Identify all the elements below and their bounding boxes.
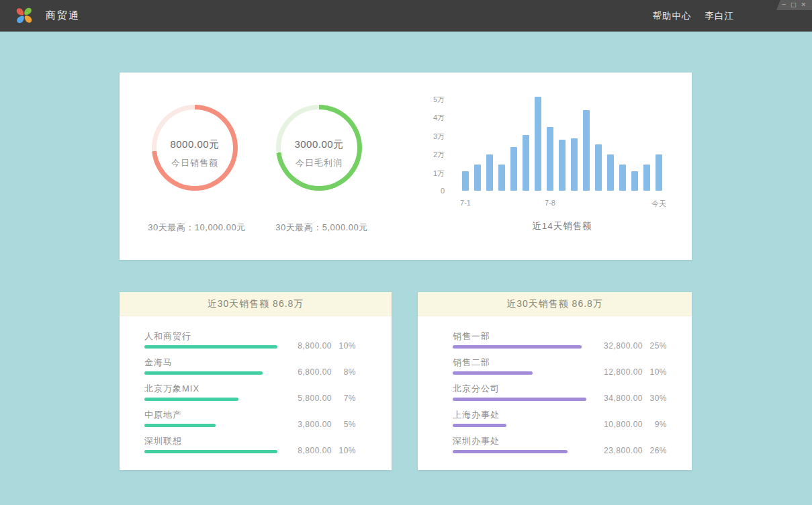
item-percent: 25% [643, 341, 667, 351]
app-logo-icon [15, 6, 34, 25]
today-sales-donut-chart: 8000.00元 今日销售额 [152, 105, 238, 191]
department-list: 销售一部32,800.0025%销售二部12,800.0010%北京分公司34,… [453, 316, 692, 461]
customer-card-title: 近30天销售额 86.8万 [120, 292, 392, 316]
item-percent: 26% [643, 446, 667, 455]
sales-bar [547, 127, 553, 191]
list-item[interactable]: 深圳联想8,800.0010% [144, 435, 392, 453]
item-percent: 10% [643, 367, 667, 377]
sales-bar [510, 147, 517, 191]
list-item[interactable]: 人和商贸行8,800.0010% [144, 330, 392, 349]
sales-bar [656, 154, 662, 191]
item-progress-bar [144, 371, 263, 375]
sales-bar [559, 140, 566, 191]
item-amount: 8,800.00 [278, 446, 332, 455]
sales-bar [474, 165, 481, 191]
item-amount: 34,800.00 [589, 394, 643, 403]
maximize-button[interactable]: □ [791, 2, 797, 8]
x-axis-tick: 7-1 [460, 199, 471, 207]
y-axis-tick: 1万 [410, 169, 445, 179]
y-axis-tick: 3万 [410, 132, 445, 142]
item-percent: 5% [332, 420, 356, 429]
profit-30day-max-note: 30天最高：5,000.00元 [244, 222, 399, 234]
department-card-title: 近30天销售额 86.8万 [418, 292, 692, 316]
item-amount: 3,800.00 [278, 420, 332, 429]
bar-chart-title: 近14天销售额 [462, 220, 662, 232]
department-sales-card: 近30天销售额 86.8万 销售一部32,800.0025%销售二部12,800… [418, 292, 692, 470]
list-item[interactable]: 销售一部32,800.0025% [453, 330, 692, 349]
list-item[interactable]: 中原地产3,800.005% [144, 409, 392, 427]
x-axis-tick: 今天 [651, 199, 666, 209]
sales-bar [595, 144, 602, 191]
titlebar: 商贸通 帮助中心 李白江 ─ □ ✕ [0, 0, 812, 32]
today-sales-label: 今日销售额 [152, 157, 238, 169]
item-progress-bar [144, 424, 216, 427]
sales-bar [607, 154, 614, 191]
item-amount: 8,800.00 [278, 341, 332, 351]
item-progress-bar [453, 424, 506, 427]
customer-list: 人和商贸行8,800.0010%金海马6,800.008%北京万象MIX5,80… [144, 316, 392, 461]
sales-bar [523, 135, 529, 191]
item-amount: 5,800.00 [278, 394, 332, 403]
list-item[interactable]: 上海办事处10,800.009% [453, 409, 692, 427]
item-progress-bar [453, 371, 533, 375]
list-item[interactable]: 金海马6,800.008% [144, 357, 392, 375]
item-percent: 30% [643, 394, 667, 403]
item-progress-bar [144, 450, 277, 453]
help-center-link[interactable]: 帮助中心 [653, 10, 692, 22]
today-profit-value: 3000.00元 [276, 138, 362, 151]
item-percent: 7% [332, 394, 356, 403]
sales-14day-bar-chart [462, 97, 662, 191]
close-button[interactable]: ✕ [801, 2, 806, 8]
item-percent: 8% [332, 367, 356, 377]
item-amount: 23,800.00 [589, 446, 643, 455]
item-amount: 6,800.00 [278, 367, 332, 377]
list-item[interactable]: 北京万象MIX5,800.007% [144, 383, 392, 401]
item-amount: 12,800.00 [589, 367, 643, 377]
app-title: 商贸通 [46, 9, 80, 22]
overview-card: 8000.00元 今日销售额 3000.00元 今日毛利润 30天最高：10,0… [120, 73, 692, 260]
x-axis-tick: 7-8 [545, 199, 555, 207]
y-axis-tick: 5万 [410, 95, 445, 105]
list-item[interactable]: 深圳办事处23,800.0026% [453, 435, 692, 453]
y-axis-tick: 0 [410, 187, 445, 195]
sales-bar [571, 138, 578, 191]
sales-bar [619, 165, 626, 191]
sales-bar [498, 165, 505, 191]
sales-bar [583, 110, 590, 191]
item-percent: 10% [332, 446, 356, 455]
username-menu[interactable]: 李白江 [705, 10, 735, 22]
sales-bar [486, 154, 493, 191]
window-controls: ─ □ ✕ [773, 0, 812, 10]
y-axis-tick: 4万 [410, 113, 445, 123]
item-progress-bar [144, 398, 238, 401]
item-percent: 9% [643, 420, 667, 429]
item-progress-bar [144, 345, 277, 349]
list-item[interactable]: 北京分公司34,800.0030% [453, 383, 692, 401]
minimize-button[interactable]: ─ [782, 2, 786, 8]
sales-bar [643, 165, 650, 191]
y-axis-tick: 2万 [410, 150, 445, 160]
item-amount: 32,800.00 [589, 341, 643, 351]
customer-sales-card: 近30天销售额 86.8万 人和商贸行8,800.0010%金海马6,800.0… [120, 292, 392, 470]
item-percent: 10% [332, 341, 356, 351]
today-profit-donut-chart: 3000.00元 今日毛利润 [276, 105, 362, 191]
sales-bar [535, 97, 541, 191]
sales-bar [631, 171, 638, 191]
today-profit-label: 今日毛利润 [276, 157, 362, 169]
item-progress-bar [453, 345, 582, 349]
sales-bar [462, 171, 469, 191]
item-progress-bar [453, 450, 568, 453]
item-amount: 10,800.00 [589, 420, 643, 429]
today-sales-value: 8000.00元 [152, 138, 238, 151]
list-item[interactable]: 销售二部12,800.0010% [453, 357, 692, 375]
item-progress-bar [453, 398, 586, 401]
